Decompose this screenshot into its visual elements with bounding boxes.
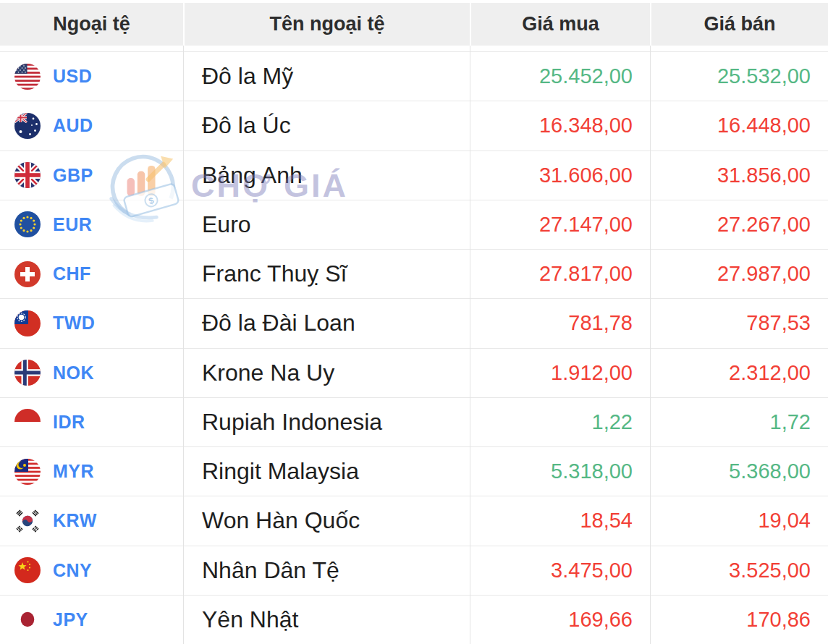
currency-cell: JPY: [0, 596, 183, 644]
column-divider: [650, 46, 651, 644]
sell-price: 787,53: [650, 299, 828, 347]
column-divider: [470, 46, 470, 644]
currency-name: Đô la Úc: [183, 101, 470, 150]
currency-name: Rupiah Indonesia: [183, 398, 470, 446]
table-row: TWD Đô la Đài Loan 781,78 787,53: [0, 298, 828, 347]
flag-no-icon: [14, 360, 41, 386]
header-currency-name: Tên ngoại tệ: [183, 3, 470, 46]
currency-name: Yên Nhật: [183, 596, 470, 644]
buy-price: 169,66: [470, 596, 650, 644]
buy-price: 31.606,00: [470, 151, 650, 200]
buy-price: 5.318,00: [470, 447, 650, 496]
currency-name: Krone Na Uy: [183, 349, 470, 397]
currency-code-link[interactable]: TWD: [53, 313, 95, 334]
currency-code-link[interactable]: CNY: [53, 560, 92, 581]
flag-gb-icon: [14, 162, 41, 188]
header-gap: [0, 46, 828, 51]
currency-code-link[interactable]: USD: [53, 66, 92, 87]
currency-cell: CNY: [0, 546, 183, 595]
flag-us-icon: [14, 64, 41, 90]
table-header-row: Ngoại tệ Tên ngoại tệ Giá mua Giá bán: [0, 3, 828, 46]
header-sell-price: Giá bán: [650, 3, 828, 46]
table-row: JPY Yên Nhật 169,66 170,86: [0, 595, 828, 644]
flag-cn-icon: [14, 557, 41, 583]
currency-name: Ringit Malaysia: [183, 447, 470, 496]
sell-price: 19,04: [650, 496, 828, 545]
sell-price: 2.312,00: [650, 349, 828, 397]
table-row: GBP Bảng Anh 31.606,00 31.856,00: [0, 151, 828, 200]
table-row: KRW Won Hàn Quốc 18,54 19,04: [0, 496, 828, 545]
sell-price: 1,72: [650, 398, 828, 446]
table-row: CNY Nhân Dân Tệ 3.475,00 3.525,00: [0, 546, 828, 595]
table-row: IDR Rupiah Indonesia 1,22 1,72: [0, 397, 828, 446]
flag-id-icon: [14, 409, 41, 435]
header-currency: Ngoại tệ: [0, 3, 183, 46]
currency-cell: GBP: [0, 151, 183, 200]
currency-code-link[interactable]: IDR: [53, 412, 85, 433]
table-body: USD Đô la Mỹ 25.452,00 25.532,00 AUD Đô …: [0, 51, 828, 644]
currency-code-link[interactable]: JPY: [53, 609, 88, 630]
buy-price: 27.817,00: [470, 250, 650, 298]
flag-eu-icon: [14, 211, 41, 237]
column-divider: [183, 46, 184, 644]
buy-price: 16.348,00: [470, 101, 650, 150]
currency-cell: TWD: [0, 299, 183, 347]
buy-price: 25.452,00: [470, 52, 650, 101]
sell-price: 5.368,00: [650, 447, 828, 496]
sell-price: 3.525,00: [650, 546, 828, 595]
buy-price: 27.147,00: [470, 200, 650, 249]
sell-price: 25.532,00: [650, 52, 828, 101]
currency-code-link[interactable]: KRW: [53, 510, 97, 531]
currency-cell: EUR: [0, 200, 183, 249]
currency-cell: IDR: [0, 398, 183, 446]
currency-cell: KRW: [0, 496, 183, 545]
sell-price: 170,86: [650, 596, 828, 644]
buy-price: 18,54: [470, 496, 650, 545]
currency-name: Nhân Dân Tệ: [183, 546, 470, 595]
flag-tw-icon: [14, 310, 41, 336]
flag-kr-icon: [14, 508, 41, 534]
table-row: USD Đô la Mỹ 25.452,00 25.532,00: [0, 51, 828, 101]
buy-price: 1.912,00: [470, 349, 650, 397]
currency-code-link[interactable]: CHF: [53, 263, 91, 284]
flag-jp-icon: [14, 606, 41, 632]
sell-price: 27.987,00: [650, 250, 828, 298]
flag-ch-icon: [14, 261, 41, 287]
buy-price: 1,22: [470, 398, 650, 446]
currency-code-link[interactable]: NOK: [53, 363, 94, 384]
currency-cell: CHF: [0, 250, 183, 298]
currency-cell: AUD: [0, 101, 183, 150]
table-row: AUD Đô la Úc 16.348,00 16.448,00: [0, 101, 828, 150]
table-row: NOK Krone Na Uy 1.912,00 2.312,00: [0, 348, 828, 397]
table-row: CHF Franc Thuỵ Sĩ 27.817,00 27.987,00: [0, 249, 828, 298]
table-row: EUR Euro 27.147,00 27.267,00: [0, 200, 828, 249]
currency-name: Đô la Mỹ: [183, 52, 470, 101]
sell-price: 27.267,00: [650, 200, 828, 249]
currency-name: Euro: [183, 200, 470, 249]
currency-name: Won Hàn Quốc: [183, 496, 470, 545]
currency-cell: NOK: [0, 349, 183, 397]
buy-price: 3.475,00: [470, 546, 650, 595]
currency-name: Franc Thuỵ Sĩ: [183, 250, 470, 298]
sell-price: 16.448,00: [650, 101, 828, 150]
buy-price: 781,78: [470, 299, 650, 347]
flag-my-icon: [14, 459, 41, 485]
flag-au-icon: [14, 113, 41, 139]
header-buy-price: Giá mua: [470, 3, 650, 46]
currency-name: Bảng Anh: [183, 151, 470, 200]
currency-code-link[interactable]: GBP: [53, 165, 93, 186]
currency-cell: MYR: [0, 447, 183, 496]
table-row: MYR Ringit Malaysia 5.318,00 5.368,00: [0, 446, 828, 496]
currency-code-link[interactable]: EUR: [53, 214, 92, 235]
sell-price: 31.856,00: [650, 151, 828, 200]
currency-code-link[interactable]: MYR: [53, 461, 94, 482]
exchange-rate-table: Ngoại tệ Tên ngoại tệ Giá mua Giá bán US…: [0, 0, 828, 644]
currency-cell: USD: [0, 52, 183, 101]
currency-code-link[interactable]: AUD: [53, 115, 93, 136]
currency-name: Đô la Đài Loan: [183, 299, 470, 347]
